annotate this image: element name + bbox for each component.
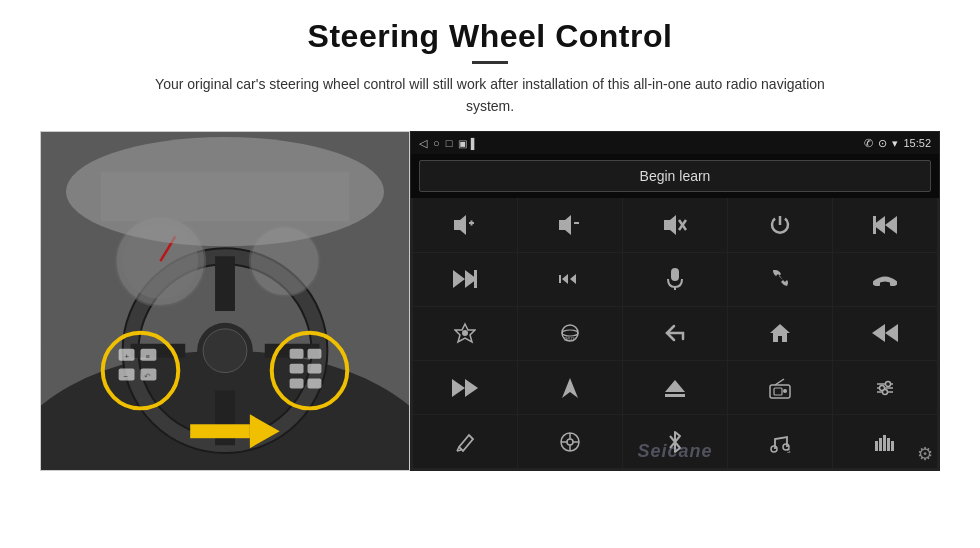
svg-rect-90 (875, 441, 878, 451)
svg-point-87 (771, 446, 777, 452)
svg-marker-42 (885, 216, 897, 234)
next-track-button[interactable] (413, 253, 517, 306)
hang-up-button[interactable] (833, 253, 937, 306)
status-right: ✆ ⊙ ▾ 15:52 (864, 137, 931, 150)
subtitle: Your original car's steering wheel contr… (140, 74, 840, 117)
ff-button[interactable] (518, 253, 622, 306)
svg-rect-44 (873, 216, 876, 234)
eject-button[interactable] (623, 361, 727, 414)
svg-text:360°: 360° (564, 336, 577, 342)
recent-icon[interactable]: □ (446, 137, 453, 149)
svg-point-9 (203, 329, 247, 373)
status-bar: ◁ ○ □ ▣▐ ✆ ⊙ ▾ 15:52 (411, 132, 939, 154)
bluetooth-button[interactable] (623, 415, 727, 468)
svg-marker-64 (452, 379, 465, 397)
svg-marker-49 (562, 274, 568, 284)
svg-rect-70 (774, 388, 782, 395)
svg-marker-45 (453, 270, 465, 288)
svg-rect-29 (308, 379, 322, 389)
radio-button[interactable] (728, 361, 832, 414)
svg-point-57 (462, 330, 468, 336)
page-container: Steering Wheel Control Your original car… (0, 0, 980, 548)
menu-button[interactable] (518, 415, 622, 468)
ffw-button[interactable] (413, 361, 517, 414)
svg-marker-39 (664, 215, 676, 235)
svg-marker-34 (454, 215, 466, 235)
svg-rect-91 (879, 438, 882, 451)
svg-text:≡: ≡ (145, 353, 149, 360)
svg-marker-66 (562, 378, 578, 398)
svg-marker-65 (465, 379, 478, 397)
svg-rect-52 (671, 268, 679, 281)
svg-rect-26 (290, 364, 304, 374)
svg-point-82 (567, 439, 573, 445)
begin-learn-button[interactable]: Begin learn (419, 160, 931, 192)
wifi-icon: ▾ (892, 137, 898, 150)
status-left: ◁ ○ □ ▣▐ (419, 137, 474, 150)
home-nav-icon[interactable]: ○ (433, 137, 440, 149)
svg-rect-93 (887, 438, 890, 451)
back-icon[interactable]: ◁ (419, 137, 427, 150)
music-button[interactable]: s (728, 415, 832, 468)
svg-line-72 (775, 379, 784, 385)
svg-rect-92 (883, 435, 886, 451)
svg-text:↶: ↶ (144, 372, 151, 381)
svg-point-78 (883, 389, 888, 394)
begin-learn-row: Begin learn (411, 154, 939, 198)
svg-text:−: − (124, 372, 129, 381)
svg-text:+: + (125, 352, 130, 361)
svg-marker-37 (559, 215, 571, 235)
mic-button[interactable] (623, 253, 727, 306)
svg-marker-62 (885, 324, 898, 342)
controls-grid: 360° (411, 198, 939, 470)
svg-rect-68 (665, 394, 685, 397)
svg-marker-63 (872, 324, 885, 342)
car-image: + ≡ − ↶ (40, 131, 410, 471)
content-area: + ≡ − ↶ (40, 131, 940, 471)
svg-rect-28 (290, 379, 304, 389)
svg-marker-50 (570, 274, 576, 284)
time-display: 15:52 (903, 137, 931, 149)
home-button[interactable] (728, 307, 832, 360)
src-button[interactable] (413, 307, 517, 360)
edit-button[interactable] (413, 415, 517, 468)
title-divider (472, 61, 508, 64)
vol-down-button[interactable] (518, 198, 622, 251)
svg-rect-27 (308, 364, 322, 374)
gps-icon: ⊙ (878, 137, 887, 150)
svg-rect-30 (190, 425, 250, 439)
svg-rect-94 (891, 441, 894, 451)
svg-point-71 (783, 389, 787, 393)
svg-rect-33 (101, 172, 350, 222)
page-title: Steering Wheel Control (308, 18, 673, 55)
eq-button[interactable] (833, 361, 937, 414)
mute-button[interactable] (623, 198, 727, 251)
svg-rect-47 (474, 270, 477, 288)
android-panel: ◁ ○ □ ▣▐ ✆ ⊙ ▾ 15:52 Begin learn (410, 131, 940, 471)
svg-marker-61 (770, 324, 790, 342)
svg-rect-55 (890, 281, 895, 286)
svg-rect-69 (770, 385, 790, 398)
rew-button[interactable] (833, 307, 937, 360)
camera-360-button[interactable]: 360° (518, 307, 622, 360)
signal-bars-icon: ▣▐ (458, 138, 474, 149)
svg-text:s: s (787, 447, 791, 453)
prev-skip-button[interactable] (833, 198, 937, 251)
nav-button[interactable] (518, 361, 622, 414)
call-button[interactable] (728, 253, 832, 306)
vol-up-button[interactable] (413, 198, 517, 251)
power-button[interactable] (728, 198, 832, 251)
svg-rect-24 (290, 349, 304, 359)
svg-marker-67 (665, 380, 685, 392)
svg-rect-25 (308, 349, 322, 359)
svg-line-80 (457, 450, 461, 451)
back-nav-button[interactable] (623, 307, 727, 360)
svg-rect-54 (875, 281, 880, 286)
phone-status-icon: ✆ (864, 137, 873, 150)
svg-point-77 (886, 381, 891, 386)
settings-gear-icon[interactable]: ⚙ (917, 443, 933, 465)
